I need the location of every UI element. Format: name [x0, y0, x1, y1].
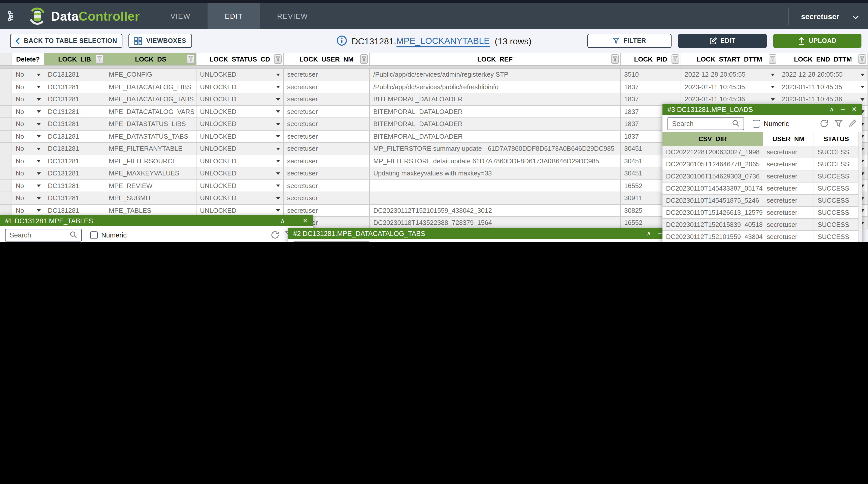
- dropdown-caret-icon[interactable]: [37, 135, 41, 138]
- cell[interactable]: No: [12, 143, 44, 154]
- cell[interactable]: MPE_DATASTATUS_LIBS: [105, 118, 196, 130]
- column-filter-button[interactable]: [187, 54, 194, 64]
- dropdown-caret-icon[interactable]: [276, 197, 280, 200]
- cell[interactable]: MPE_DATASTATUS_TABS: [105, 130, 196, 142]
- cell[interactable]: secretuser: [284, 106, 370, 117]
- cell[interactable]: DC20230112T152101559_438042_3012: [370, 204, 621, 216]
- cell[interactable]: BITEMPORAL_DATALOADER: [370, 118, 621, 130]
- column-header[interactable]: STATUS: [814, 132, 859, 146]
- close-icon[interactable]: ✕: [851, 106, 857, 113]
- dropdown-caret-icon[interactable]: [37, 111, 41, 113]
- cell[interactable]: UNLOCKED: [196, 143, 284, 154]
- dropdown-caret-icon[interactable]: [37, 148, 41, 150]
- column-filter-button[interactable]: [769, 54, 776, 64]
- edit-button[interactable]: EDIT: [678, 34, 767, 48]
- minimize-icon[interactable]: –: [658, 230, 662, 237]
- cell[interactable]: No: [12, 155, 44, 167]
- cell[interactable]: UNLOCKED: [196, 167, 284, 179]
- cell[interactable]: No: [12, 130, 44, 142]
- table-row[interactable]: NoDC131281MPE_DATACATALOG_LIBSUNLOCKEDse…: [0, 81, 868, 93]
- column-header[interactable]: LOCK_END_DTTM: [778, 53, 868, 65]
- viewboxes-button[interactable]: VIEWBOXES: [128, 34, 192, 48]
- column-header[interactable]: LOCK_LIB: [44, 53, 105, 65]
- cell[interactable]: DC131281: [44, 81, 105, 93]
- numeric-checkbox[interactable]: [753, 120, 760, 127]
- dropdown-caret-icon[interactable]: [37, 98, 41, 101]
- cell[interactable]: /Public/app/dc/services/admin/registerke…: [370, 68, 621, 80]
- cell[interactable]: DC20221228T200633027_1998: [662, 146, 763, 158]
- cell[interactable]: UNLOCKED: [196, 130, 284, 142]
- cell[interactable]: secretuser: [284, 155, 370, 167]
- cell[interactable]: No: [12, 118, 44, 130]
- cell[interactable]: secretuser: [763, 146, 814, 158]
- cell[interactable]: DC131281: [44, 118, 105, 130]
- cell[interactable]: secretuser: [763, 158, 814, 170]
- search-input[interactable]: [5, 229, 82, 241]
- cell[interactable]: SUCCESS: [814, 158, 859, 170]
- cell[interactable]: /Public/app/dc/services/public/refreshli…: [370, 81, 621, 93]
- cell[interactable]: DC20230110T145451875_5246: [662, 195, 763, 206]
- cell[interactable]: MP_FILTERSTORE summary update - 61D7A786…: [370, 143, 621, 154]
- cell[interactable]: MPE_FILTERSOURCE: [105, 155, 196, 167]
- table-row[interactable]: DC20230110T145451875_5246secretuserSUCCE…: [662, 195, 862, 207]
- cell[interactable]: DC131281: [44, 155, 105, 167]
- dropdown-caret-icon[interactable]: [276, 209, 280, 212]
- dropdown-caret-icon[interactable]: [276, 148, 280, 150]
- cell[interactable]: DC131281: [44, 130, 105, 142]
- table-row[interactable]: DC20230112T152015839_40518secretuserSUCC…: [662, 219, 862, 231]
- close-icon[interactable]: ✕: [303, 218, 308, 224]
- dropdown-caret-icon[interactable]: [276, 172, 280, 175]
- cell[interactable]: [0, 143, 12, 154]
- collapse-icon[interactable]: ∧: [647, 230, 651, 237]
- dropdown-caret-icon[interactable]: [276, 86, 280, 88]
- column-header[interactable]: LOCK_DS: [105, 53, 196, 65]
- cell[interactable]: SUCCESS: [814, 182, 859, 194]
- column-filter-button[interactable]: [96, 54, 103, 64]
- column-header[interactable]: Delete?: [12, 53, 44, 65]
- cell[interactable]: [0, 180, 12, 192]
- app-logo[interactable]: DataController: [28, 7, 140, 25]
- tab-view[interactable]: VIEW: [153, 3, 208, 29]
- cell[interactable]: DC131281: [44, 204, 105, 216]
- refresh-icon[interactable]: [819, 119, 829, 130]
- back-to-table-selection-button[interactable]: BACK TO TABLE SELECTION: [10, 34, 122, 48]
- cell[interactable]: No: [12, 192, 44, 204]
- cell[interactable]: No: [12, 167, 44, 179]
- cell[interactable]: [0, 68, 12, 80]
- pencil-icon[interactable]: [848, 119, 857, 130]
- cell[interactable]: DC20230106T154629303_0736: [662, 170, 763, 182]
- cell[interactable]: DC20230112T152101559_43804: [662, 231, 763, 242]
- dropdown-caret-icon[interactable]: [276, 185, 280, 187]
- table-row[interactable]: DC20230112T152101559_43804secretuserSUCC…: [662, 231, 862, 242]
- column-header[interactable]: LOCK_REF: [370, 53, 621, 65]
- dropdown-caret-icon[interactable]: [861, 74, 865, 76]
- cell[interactable]: 2023-01-11 10:45:36: [778, 93, 868, 105]
- cell[interactable]: UNLOCKED: [196, 180, 284, 192]
- table-row[interactable]: DC20230110T151426613_12579secretuserSUCC…: [662, 207, 862, 219]
- cell[interactable]: DC131281: [44, 93, 105, 105]
- cell[interactable]: secretuser: [284, 81, 370, 93]
- cell[interactable]: [0, 192, 12, 204]
- cell[interactable]: 3510: [621, 68, 681, 80]
- column-header[interactable]: LOCK_PID: [621, 53, 681, 65]
- cell[interactable]: 2023-01-11 10:45:35: [681, 81, 778, 93]
- table-row[interactable]: NoDC131281MPE_CONFIGUNLOCKEDsecretuser/P…: [0, 68, 868, 81]
- cell[interactable]: SUCCESS: [814, 195, 859, 206]
- cell[interactable]: [0, 155, 12, 167]
- filter-funnel-icon[interactable]: [834, 119, 843, 130]
- cell[interactable]: secretuser: [763, 207, 814, 218]
- viewbox-titlebar[interactable]: #2 DC131281.MPE_DATACATALOG_TABS ∧–✕: [288, 228, 679, 239]
- cell[interactable]: 2023-01-11 10:45:35: [778, 81, 868, 93]
- cell[interactable]: MPE_SUBMIT: [105, 192, 196, 204]
- column-header[interactable]: [0, 53, 12, 65]
- cell[interactable]: MPE_MAXKEYVALUES: [105, 167, 196, 179]
- cell[interactable]: DC20230105T124646778_2065: [662, 158, 763, 170]
- cell[interactable]: MPE_TABLES: [105, 204, 196, 216]
- viewbox-titlebar[interactable]: #1 DC131281.MPE_TABLES ∧–✕: [0, 215, 313, 226]
- refresh-icon[interactable]: [271, 230, 280, 241]
- cell[interactable]: SUCCESS: [814, 207, 859, 218]
- cell[interactable]: UNLOCKED: [196, 68, 284, 80]
- cell[interactable]: DC20230112T152015839_40518: [662, 219, 763, 230]
- cell[interactable]: 2022-12-28 20:05:55: [778, 68, 868, 80]
- cell[interactable]: UNLOCKED: [196, 192, 284, 204]
